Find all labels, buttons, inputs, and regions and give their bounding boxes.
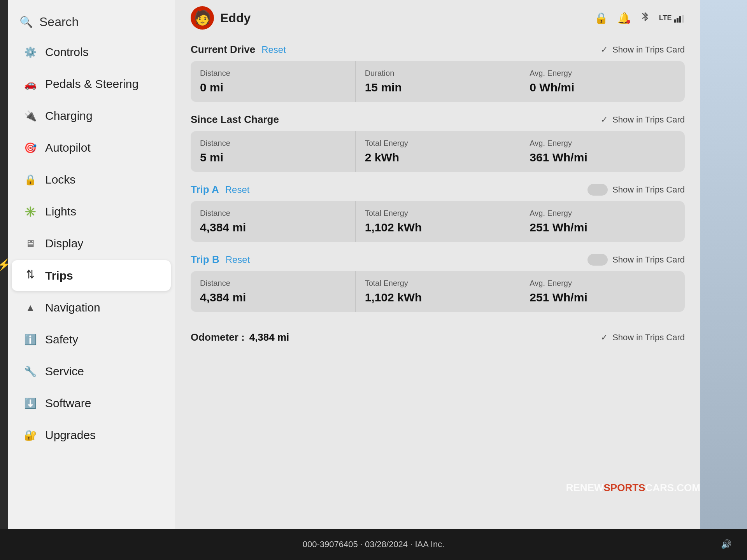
svg-rect-2 xyxy=(679,16,681,23)
section-header-left: Since Last Charge xyxy=(191,114,279,126)
total-energy-label: Total Energy xyxy=(365,279,511,288)
duration-value: 15 min xyxy=(365,81,511,94)
trip-a-show-trips[interactable]: Show in Trips Card xyxy=(587,184,685,196)
sidebar-item-label: Software xyxy=(45,397,91,410)
watermark-cars: CARS.COM xyxy=(645,482,700,494)
trip-a-card: Distance 4,384 mi Total Energy 1,102 kWh… xyxy=(191,201,685,242)
trip-b-energy-cell: Total Energy 1,102 kWh xyxy=(356,271,521,312)
sidebar-item-display[interactable]: 🖥 Display xyxy=(12,228,171,259)
trip-a-reset-button[interactable]: Reset xyxy=(225,184,250,195)
sidebar-item-trips[interactable]: Trips xyxy=(12,260,171,291)
svg-rect-1 xyxy=(677,18,679,23)
distance-value: 4,384 mi xyxy=(200,291,346,304)
service-icon: 🔧 xyxy=(23,366,37,378)
since-last-charge-title: Since Last Charge xyxy=(191,114,279,126)
navigation-icon: ▲ xyxy=(23,302,37,314)
watermark-renew: RENEW xyxy=(566,482,604,494)
taskbar-icons: 🔊 xyxy=(721,539,731,550)
trip-a-distance-cell: Distance 4,384 mi xyxy=(191,201,356,242)
sidebar-item-software[interactable]: ⬇️ Software xyxy=(12,388,171,418)
section-header-left: Trip B Reset xyxy=(191,254,250,266)
display-icon: 🖥 xyxy=(23,238,37,250)
pedals-icon: 🚗 xyxy=(23,78,37,90)
sidebar-item-service[interactable]: 🔧 Service xyxy=(12,356,171,387)
sidebar-item-lights[interactable]: ✳️ Lights xyxy=(12,196,171,227)
watermark: RENEWSPORTSCARS.COM xyxy=(566,482,700,494)
trips-icon xyxy=(23,269,37,282)
current-drive-duration-cell: Duration 15 min xyxy=(356,61,521,102)
sidebar-item-label: Lights xyxy=(45,205,76,218)
duration-label: Duration xyxy=(365,69,511,78)
distance-value: 4,384 mi xyxy=(200,221,346,234)
avg-energy-label: Avg. Energy xyxy=(530,279,675,288)
distance-label: Distance xyxy=(200,69,346,78)
trip-a-header: Trip A Reset Show in Trips Card xyxy=(191,184,685,196)
trip-b-title[interactable]: Trip B xyxy=(191,254,219,266)
sidebar-item-label: Controls xyxy=(45,46,89,59)
odometer-row: Odometer : 4,384 mi ✓ Show in Trips Card xyxy=(191,324,685,351)
bell-icon[interactable]: 🔔 xyxy=(617,12,631,24)
lte-signal-icon: LTE xyxy=(659,13,685,23)
checkmark-icon: ✓ xyxy=(601,45,608,55)
sidebar-item-label: Navigation xyxy=(45,301,100,314)
current-drive-reset-button[interactable]: Reset xyxy=(261,44,286,55)
since-last-charge-header: Since Last Charge ✓ Show in Trips Card xyxy=(191,114,685,126)
sidebar-item-controls[interactable]: ⚙️ Controls xyxy=(12,37,171,67)
current-drive-show-trips[interactable]: ✓ Show in Trips Card xyxy=(601,45,685,55)
odometer-show-trips[interactable]: ✓ Show in Trips Card xyxy=(601,332,685,343)
section-header-left: Trip A Reset xyxy=(191,184,249,196)
header-left: 🧑 Eddy xyxy=(191,6,251,30)
bluetooth-icon[interactable] xyxy=(640,10,650,26)
trip-a-toggle[interactable] xyxy=(587,184,608,196)
sidebar-item-label: Trips xyxy=(45,269,73,282)
sidebar-item-label: Upgrades xyxy=(45,429,96,442)
distance-label: Distance xyxy=(200,279,346,288)
taskbar: 000-39076405 · 03/28/2024 · IAA Inc. 🔊 xyxy=(0,529,747,560)
sidebar-item-label: Pedals & Steering xyxy=(45,77,139,91)
trip-b-toggle[interactable] xyxy=(587,254,608,266)
notification-dot xyxy=(626,20,630,24)
speaker-icon[interactable]: 🔊 xyxy=(721,539,731,550)
since-last-charge-show-trips[interactable]: ✓ Show in Trips Card xyxy=(601,115,685,125)
show-trips-label: Show in Trips Card xyxy=(612,45,685,55)
search-icon: 🔍 xyxy=(19,16,33,28)
avg-energy-label: Avg. Energy xyxy=(530,209,675,218)
trip-a-section: Trip A Reset Show in Trips Card Distance… xyxy=(191,184,685,242)
left-edge-panel: ⚡ xyxy=(0,0,8,529)
sidebar-item-label: Charging xyxy=(45,109,93,122)
sidebar-item-locks[interactable]: 🔒 Locks xyxy=(12,164,171,195)
total-energy-label: Total Energy xyxy=(365,139,511,148)
lights-icon: ✳️ xyxy=(23,206,37,218)
current-drive-distance-cell: Distance 0 mi xyxy=(191,61,356,102)
section-header-left: Current Drive Reset xyxy=(191,44,286,56)
sidebar: 🔍 Search ⚙️ Controls 🚗 Pedals & Steering… xyxy=(8,0,175,529)
sidebar-item-upgrades[interactable]: 🔐 Upgrades xyxy=(12,420,171,450)
trip-b-show-trips[interactable]: Show in Trips Card xyxy=(587,254,685,266)
sidebar-item-label: Service xyxy=(45,365,84,378)
show-trips-label: Show in Trips Card xyxy=(612,255,685,265)
content-area: Current Drive Reset ✓ Show in Trips Card… xyxy=(175,36,700,529)
sidebar-item-safety[interactable]: ℹ️ Safety xyxy=(12,324,171,355)
total-energy-value: 2 kWh xyxy=(365,151,511,164)
sidebar-item-navigation[interactable]: ▲ Navigation xyxy=(12,292,171,323)
sidebar-item-pedals[interactable]: 🚗 Pedals & Steering xyxy=(12,69,171,99)
trip-a-title[interactable]: Trip A xyxy=(191,184,219,196)
main-content: 🧑 Eddy 🔒 🔔 LTE xyxy=(175,0,700,529)
odometer-label: Odometer : xyxy=(191,331,245,343)
watermark-sports: SPORTS xyxy=(604,482,645,494)
total-energy-value: 1,102 kWh xyxy=(365,221,511,234)
search-bar[interactable]: 🔍 Search xyxy=(8,8,175,36)
trip-b-distance-cell: Distance 4,384 mi xyxy=(191,271,356,312)
slc-energy-cell: Total Energy 2 kWh xyxy=(356,131,521,172)
avg-energy-label: Avg. Energy xyxy=(530,139,675,148)
sidebar-item-charging[interactable]: 🔌 Charging xyxy=(12,101,171,131)
total-energy-label: Total Energy xyxy=(365,209,511,218)
show-trips-label: Show in Trips Card xyxy=(612,185,685,195)
sidebar-item-autopilot[interactable]: 🎯 Autopilot xyxy=(12,133,171,163)
slc-distance-cell: Distance 5 mi xyxy=(191,131,356,172)
trip-b-reset-button[interactable]: Reset xyxy=(226,254,250,265)
sidebar-item-label: Display xyxy=(45,237,83,250)
svg-rect-3 xyxy=(682,15,684,23)
checkmark-icon: ✓ xyxy=(601,332,608,343)
slc-avg-energy-cell: Avg. Energy 361 Wh/mi xyxy=(520,131,685,172)
